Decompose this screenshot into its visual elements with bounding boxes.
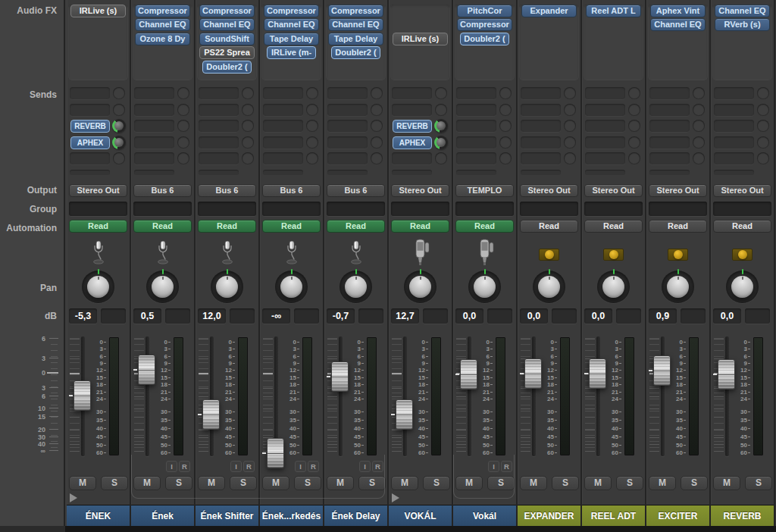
gain-value-box[interactable]: [294, 308, 319, 324]
gain-value-box[interactable]: [552, 308, 577, 324]
solo-button[interactable]: S: [681, 476, 708, 490]
volume-value[interactable]: 0,0: [713, 308, 741, 324]
send-slot-empty[interactable]: [521, 104, 561, 116]
send-level-knob[interactable]: [112, 136, 126, 149]
volume-value[interactable]: 12,0: [198, 308, 226, 324]
send-slot-empty[interactable]: [585, 104, 625, 116]
mute-button[interactable]: M: [69, 476, 96, 490]
pan-knob-cap[interactable]: [216, 276, 238, 298]
gain-value-box[interactable]: [681, 308, 706, 324]
plugin-button[interactable]: Compressor: [199, 5, 255, 17]
send-slot-empty[interactable]: [263, 120, 303, 132]
plugin-button[interactable]: Doubler2 (: [202, 61, 252, 74]
send-slot-empty[interactable]: [263, 87, 303, 99]
plugin-button[interactable]: Ozone 8 Dy: [135, 33, 190, 45]
send-level-knob[interactable]: [434, 136, 448, 149]
send-slot-empty[interactable]: [649, 120, 690, 132]
send-button[interactable]: APHEX: [393, 136, 432, 149]
group-slot[interactable]: [69, 202, 127, 216]
solo-button[interactable]: S: [230, 476, 257, 490]
solo-button[interactable]: S: [423, 476, 450, 490]
send-level-knob[interactable]: [112, 119, 126, 133]
pan-knob-cap[interactable]: [409, 276, 431, 298]
audio-fx-panel[interactable]: CompressorChannel EQTape DelayDoubler2 (: [326, 4, 386, 80]
send-slot-empty[interactable]: [521, 87, 561, 99]
plugin-button[interactable]: RVerb (s): [715, 18, 770, 31]
mute-button[interactable]: M: [262, 476, 289, 490]
pan-knob[interactable]: [404, 271, 436, 303]
send-slot-empty[interactable]: [521, 136, 561, 149]
group-slot[interactable]: [520, 202, 578, 216]
track-name[interactable]: VOKÁL: [389, 505, 452, 526]
output-button[interactable]: Bus 6: [198, 184, 256, 197]
send-slot-empty[interactable]: [585, 87, 625, 99]
solo-button[interactable]: S: [294, 476, 321, 490]
plugin-button[interactable]: SoundShift: [199, 33, 255, 45]
send-slot-empty[interactable]: [327, 136, 368, 149]
send-slot-empty[interactable]: [714, 104, 754, 116]
send-slot-empty[interactable]: [70, 87, 110, 99]
solo-button[interactable]: S: [745, 476, 772, 490]
send-level-knob[interactable]: [434, 119, 448, 133]
send-slot-empty[interactable]: [70, 104, 110, 116]
plugin-button[interactable]: IRLive (m-: [267, 46, 316, 59]
pan-knob[interactable]: [662, 271, 694, 303]
mute-button[interactable]: M: [520, 476, 547, 490]
track-name[interactable]: REEL ADT: [582, 505, 645, 526]
send-slot-empty[interactable]: [134, 104, 174, 116]
volume-value[interactable]: -0,7: [327, 308, 355, 324]
track-name[interactable]: Ének...rkedés: [260, 505, 323, 526]
record-enable-button[interactable]: R: [243, 461, 255, 472]
plugin-button[interactable]: Aphex Vint: [650, 5, 706, 17]
audio-fx-panel[interactable]: Channel EQRVerb (s): [712, 4, 772, 80]
pan-knob-cap[interactable]: [667, 276, 689, 298]
pan-knob[interactable]: [468, 271, 501, 303]
group-slot[interactable]: [262, 202, 321, 216]
send-slot-empty[interactable]: [199, 152, 239, 164]
output-button[interactable]: Stereo Out: [391, 184, 449, 197]
send-button[interactable]: REVERB: [393, 120, 432, 133]
gain-value-box[interactable]: [487, 308, 512, 324]
pan-knob[interactable]: [340, 271, 372, 303]
automation-button[interactable]: Read: [133, 220, 192, 233]
plugin-button[interactable]: Tape Delay: [328, 33, 383, 45]
send-slot-empty[interactable]: [392, 152, 432, 164]
mute-button[interactable]: M: [455, 476, 483, 490]
solo-button[interactable]: S: [358, 476, 386, 490]
send-button[interactable]: REVERB: [70, 120, 110, 133]
send-slot-empty[interactable]: [134, 152, 174, 164]
automation-button[interactable]: Read: [455, 220, 514, 233]
audio-fx-panel[interactable]: CompressorChannel EQSoundShiftPS22 Sprea…: [197, 4, 257, 80]
audio-fx-panel[interactable]: Aphex VintChannel EQ: [648, 4, 708, 80]
plugin-button[interactable]: IRLive (s): [70, 5, 126, 17]
gain-value-box[interactable]: [616, 308, 641, 324]
fader-track[interactable]: [339, 336, 343, 456]
track-name[interactable]: EXPANDER: [518, 505, 580, 526]
plugin-button[interactable]: PitchCor: [457, 5, 512, 17]
send-slot-empty[interactable]: [456, 136, 496, 149]
plugin-button[interactable]: Channel EQ: [328, 18, 383, 31]
plugin-button[interactable]: IRLive (s): [393, 33, 448, 45]
automation-button[interactable]: Read: [584, 220, 643, 233]
send-slot-empty[interactable]: [327, 104, 368, 116]
pan-knob-cap[interactable]: [474, 276, 496, 298]
send-slot-empty[interactable]: [714, 87, 754, 99]
stack-disclosure-triangle[interactable]: [70, 493, 77, 502]
pan-knob[interactable]: [726, 271, 759, 303]
automation-button[interactable]: Read: [649, 220, 707, 233]
group-slot[interactable]: [198, 202, 256, 216]
input-monitor-button[interactable]: I: [230, 461, 242, 472]
fader-track[interactable]: [210, 336, 214, 456]
solo-button[interactable]: S: [101, 476, 128, 490]
plugin-button[interactable]: Channel EQ: [199, 18, 255, 31]
gain-value-box[interactable]: [358, 308, 383, 324]
output-button[interactable]: Stereo Out: [69, 184, 127, 197]
send-slot-empty[interactable]: [134, 120, 174, 132]
output-button[interactable]: Stereo Out: [713, 184, 771, 197]
record-enable-button[interactable]: R: [179, 461, 190, 472]
plugin-button[interactable]: Doubler2 (: [460, 33, 509, 45]
pan-knob[interactable]: [82, 271, 114, 303]
plugin-button[interactable]: Tape Delay: [264, 33, 319, 45]
volume-value[interactable]: 12,7: [391, 308, 419, 324]
input-monitor-button[interactable]: I: [488, 461, 499, 472]
